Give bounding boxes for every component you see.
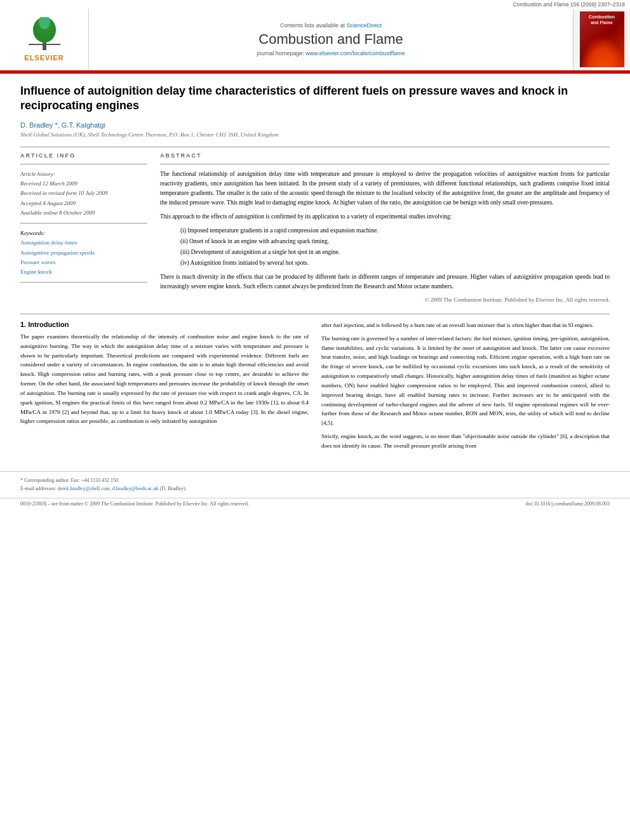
sciencedirect-anchor[interactable]: ScienceDirect (347, 22, 382, 29)
abstract-para1: The functional relationship of autoignit… (160, 170, 610, 208)
journal-homepage: journal homepage: www.elsevier.com/locat… (257, 50, 405, 57)
journal-top-bar: ELSEVIER Contents lists available at Sci… (0, 9, 630, 70)
accepted-date: Accepted 4 August 2009 (20, 199, 147, 208)
header-citation: Combustion and Flame 156 (2009) 2307–231… (0, 0, 630, 9)
abstract-text: The functional relationship of autoignit… (160, 170, 610, 305)
keyword-item: Engine knock (20, 267, 147, 277)
keyword-item: Autoignition delay times (20, 238, 147, 248)
abstract-para2: This approach to the effects of autoigni… (160, 212, 610, 222)
revised-date: Received in revised form 10 July 2009 (20, 189, 147, 198)
footer-issn: 0010-2180/$ – see front matter © 2009 Th… (20, 501, 249, 507)
journal-cover-image: Combustion and Flame (580, 11, 624, 67)
article-info-label: ARTICLE INFO (20, 152, 147, 159)
svg-rect-4 (29, 44, 60, 45)
divider-abstract (160, 164, 610, 164)
citation-text: Combustion and Flame 156 (2009) 2307–231… (513, 1, 625, 8)
history-label: Article history: (20, 170, 147, 179)
intro-right-para: after fuel injection, and is followed by… (321, 321, 610, 330)
abstract-list-item: (ii) Onset of knock in an engine with ad… (180, 236, 610, 247)
abstract-para3: There is much diversity in the effects t… (160, 272, 610, 291)
abstract-list-item: (iv) Autoignition fronts initiated by se… (180, 258, 610, 269)
received-date: Received 12 March 2009 (20, 179, 147, 189)
abstract-label: ABSTRACT (160, 152, 610, 159)
keywords-label: Keywords: (20, 230, 147, 236)
main-right-column: after fuel injection, and is followed by… (321, 321, 610, 451)
article-history: Article history: Received 12 March 2009 … (20, 170, 147, 218)
cover-title-text: Combustion and Flame (589, 14, 615, 25)
elsevier-logo-area: ELSEVIER (0, 9, 89, 70)
keywords-list: Autoignition delay timesAutoignitive pro… (20, 238, 147, 277)
divider-after-affiliation (20, 147, 610, 147)
section1-heading: 1. Introduction (20, 321, 309, 328)
abstract-list-item: (iii) Development of autoignition at a s… (180, 247, 610, 258)
main-content-columns: 1. Introduction The paper examines theor… (20, 321, 610, 451)
keyword-item: Pressure waves (20, 258, 147, 267)
intro-right-para: Strictly, engine knock, as the word sugg… (321, 432, 610, 451)
footer-doi: doi:10.1016/j.combustflame.2009.08.003 (526, 501, 610, 507)
journal-main-title: Combustion and Flame (258, 31, 403, 48)
doi-bar: 0010-2180/$ – see front matter © 2009 Th… (0, 498, 630, 509)
article-authors: D. Bradley *, G.T. Kalghatgi (20, 121, 610, 129)
divider-main-content (20, 314, 610, 314)
abstract-column: ABSTRACT The functional relationship of … (160, 152, 610, 305)
abstract-list: (i) Imposed temperature gradients in a r… (173, 225, 610, 269)
article-affiliation: Shell Global Solutions (UK), Shell Techn… (20, 131, 610, 138)
journal-title-area: Contents lists available at ScienceDirec… (89, 9, 573, 70)
keywords-section: Keywords: Autoignition delay timesAutoig… (20, 230, 147, 277)
divider-keywords (20, 223, 147, 223)
elsevier-logo: ELSEVIER (24, 17, 64, 62)
email-link-2[interactable]: d.bradley@leeds.ac.uk (112, 486, 159, 491)
intro-left-text: The paper examines theoretically the rel… (20, 332, 309, 426)
cover-flame-decoration (580, 36, 624, 67)
sciencedirect-link: Contents lists available at ScienceDirec… (280, 22, 382, 29)
journal-cover-area: Combustion and Flame (573, 9, 630, 70)
available-date: Available online 8 October 2009 (20, 208, 147, 218)
abstract-list-item: (i) Imposed temperature gradients in a r… (180, 225, 610, 236)
keyword-item: Autoignitive propagation speeds (20, 248, 147, 258)
svg-rect-0 (43, 43, 46, 50)
article-body: Influence of autoignition delay time cha… (0, 74, 630, 461)
page-footer: * Corresponding author. Fax: +44 1133 43… (0, 471, 630, 498)
homepage-link[interactable]: www.elsevier.com/locate/combustflame (305, 50, 405, 57)
journal-header: Combustion and Flame 156 (2009) 2307–231… (0, 0, 630, 72)
main-left-column: 1. Introduction The paper examines theor… (20, 321, 309, 451)
footnote-email: E-mail addresses: derek.bradley@shell.co… (20, 485, 610, 493)
elsevier-tree-icon (25, 17, 64, 52)
article-info-column: ARTICLE INFO Article history: Received 1… (20, 152, 147, 305)
intro-right-para: The burning rate is governed by a number… (321, 334, 610, 428)
footnote-corresponding: * Corresponding author. Fax: +44 1133 43… (20, 477, 610, 485)
abstract-copyright: © 2009 The Combustion Institute. Publish… (160, 295, 610, 304)
intro-right-text: after fuel injection, and is followed by… (321, 321, 610, 451)
email-link-1[interactable]: derek.bradley@shell.com (58, 486, 110, 491)
divider-article-info (20, 164, 147, 164)
divider-bottom-info (20, 282, 147, 283)
elsevier-brand-text: ELSEVIER (24, 54, 64, 62)
article-title: Influence of autoignition delay time cha… (20, 84, 610, 114)
info-abstract-columns: ARTICLE INFO Article history: Received 1… (20, 152, 610, 305)
